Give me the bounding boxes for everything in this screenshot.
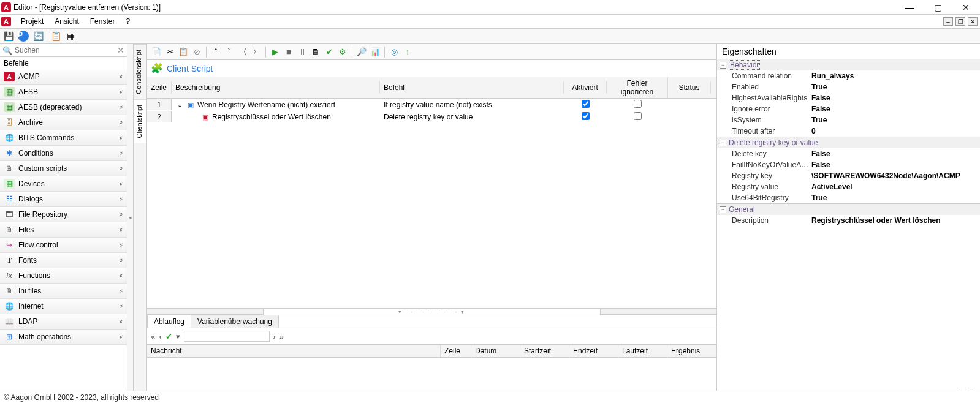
property-row[interactable]: Use64BitRegistryTrue: [717, 192, 980, 203]
paste-icon[interactable]: 📋: [178, 47, 189, 58]
stop-icon[interactable]: ■: [283, 47, 294, 58]
property-row[interactable]: Timeout after0: [717, 126, 980, 137]
delete-icon[interactable]: ⊘: [191, 47, 202, 58]
move-down-icon[interactable]: ˅: [224, 47, 235, 58]
move-up-icon[interactable]: ˄: [210, 47, 221, 58]
step-back-icon[interactable]: 〈: [237, 47, 248, 58]
menu-fenster[interactable]: Fenster: [85, 16, 120, 27]
cut-icon[interactable]: ✂: [164, 47, 175, 58]
upload-icon[interactable]: ↑: [402, 47, 413, 58]
left-splitter[interactable]: ◂: [127, 44, 134, 391]
menu-ansicht[interactable]: Ansicht: [50, 16, 83, 27]
command-category[interactable]: ✱Conditions»: [0, 146, 127, 161]
enabled-checkbox[interactable]: [582, 100, 590, 108]
query-icon[interactable]: 🔎: [356, 47, 367, 58]
log-col-msg[interactable]: Nachricht: [147, 345, 441, 357]
property-group-header[interactable]: −Behavior: [717, 59, 980, 70]
ignore-error-checkbox[interactable]: [634, 100, 642, 108]
collapse-icon[interactable]: −: [720, 206, 726, 213]
search-input[interactable]: [15, 46, 115, 55]
property-row[interactable]: Registry valueActiveLevel: [717, 181, 980, 192]
log-prev-icon[interactable]: ‹: [159, 332, 161, 341]
save-icon[interactable]: 💾: [2, 30, 15, 42]
step-fwd-icon[interactable]: 〉: [251, 47, 262, 58]
property-row[interactable]: DescriptionRegistryschlüssel oder Wert l…: [717, 215, 980, 226]
col-beschreibung[interactable]: Beschreibung: [172, 81, 380, 94]
col-zeile[interactable]: Zeile: [147, 81, 172, 94]
enabled-checkbox[interactable]: [582, 112, 590, 120]
command-category[interactable]: ▦AESB (deprecated)»: [0, 100, 127, 115]
collapse-icon[interactable]: −: [720, 62, 726, 69]
command-category[interactable]: ▦AESB»: [0, 85, 127, 100]
clear-search-icon[interactable]: ✕: [117, 45, 124, 55]
col-status[interactable]: Status: [668, 81, 711, 94]
property-row[interactable]: Delete keyFalse: [717, 148, 980, 159]
script-row[interactable]: 2▣Registryschlüssel oder Wert löschenDel…: [147, 111, 716, 123]
tab-variablen[interactable]: Variablenüberwachung: [191, 315, 279, 328]
command-category[interactable]: 🌐Internet»: [0, 299, 127, 314]
maximize-button[interactable]: ▢: [924, 0, 952, 15]
command-category[interactable]: ↪Flow control»: [0, 238, 127, 253]
menu-help[interactable]: ?: [121, 16, 135, 27]
log-ok-icon[interactable]: ✔: [165, 332, 172, 341]
col-aktiviert[interactable]: Aktiviert: [564, 81, 607, 94]
refresh-icon[interactable]: 🔄: [32, 30, 44, 42]
command-category[interactable]: 🗎Ini files»: [0, 284, 127, 299]
resize-grip[interactable]: · · · ·: [717, 385, 980, 391]
log-col-zeile[interactable]: Zeile: [441, 345, 471, 357]
property-row[interactable]: FailIfNoKeyOrValueAvailableFalse: [717, 159, 980, 170]
log-col-datum[interactable]: Datum: [471, 345, 520, 357]
property-row[interactable]: Registry key\SOFTWARE\WOW6432Node\Aagon\…: [717, 170, 980, 181]
pause-icon[interactable]: ⏸: [297, 47, 308, 58]
command-category[interactable]: 🗎Custom scripts»: [0, 161, 127, 176]
grid-icon[interactable]: ▦: [64, 30, 77, 42]
property-row[interactable]: Command relationRun_always: [717, 70, 980, 81]
log-col-res[interactable]: Ergebnis: [667, 345, 716, 357]
command-category[interactable]: fxFunctions»: [0, 268, 127, 284]
target-icon[interactable]: ◎: [389, 47, 400, 58]
tab-clientskript[interactable]: Clientskript: [134, 99, 146, 143]
horizontal-splitter[interactable]: ▾ · · · · · · · · · · ▾: [147, 309, 716, 315]
mdi-close-button[interactable]: ✕: [968, 17, 978, 26]
log-col-end[interactable]: Endzeit: [569, 345, 618, 357]
tab-consolenskript[interactable]: Consolenskript: [134, 44, 146, 99]
ignore-error-checkbox[interactable]: [634, 112, 642, 120]
property-group-header[interactable]: −General: [717, 204, 980, 215]
property-row[interactable]: EnabledTrue: [717, 81, 980, 92]
command-category[interactable]: 📖LDAP»: [0, 314, 127, 330]
run-icon[interactable]: ▶: [270, 47, 281, 58]
log-next-icon[interactable]: ›: [273, 332, 276, 341]
doc-icon[interactable]: 🗎: [310, 47, 321, 58]
publish-icon[interactable]: P: [17, 30, 29, 42]
copy-icon[interactable]: 📄: [151, 47, 162, 58]
command-category[interactable]: AACMP»: [0, 69, 127, 85]
bars-icon[interactable]: 📊: [370, 47, 381, 58]
log-col-start[interactable]: Startzeit: [520, 345, 569, 357]
properties-icon[interactable]: 📋: [50, 30, 62, 42]
minimize-button[interactable]: —: [895, 0, 924, 15]
sliders-icon[interactable]: ⚙: [337, 47, 348, 58]
check-icon[interactable]: ✔: [324, 47, 335, 58]
mdi-restore-button[interactable]: ❐: [955, 17, 965, 26]
mdi-minimize-button[interactable]: –: [943, 17, 953, 26]
log-first-icon[interactable]: «: [151, 332, 155, 341]
expand-icon[interactable]: ⌄: [175, 100, 184, 109]
menu-projekt[interactable]: Projekt: [16, 16, 48, 27]
command-category[interactable]: ☷Dialogs»: [0, 192, 127, 207]
collapse-icon[interactable]: −: [720, 140, 726, 146]
property-row[interactable]: HighestAvailableRightsFalse: [717, 92, 980, 104]
col-fehler[interactable]: Fehler ignorieren: [607, 77, 668, 98]
property-group-header[interactable]: −Delete registry key or value: [717, 137, 980, 148]
command-category[interactable]: ▦Devices»: [0, 176, 127, 192]
command-category[interactable]: 🗄Archive»: [0, 115, 127, 130]
command-category[interactable]: ⊞Math operations»: [0, 330, 127, 345]
log-last-icon[interactable]: »: [279, 332, 284, 341]
property-row[interactable]: isSystemTrue: [717, 115, 980, 126]
command-category[interactable]: TFonts»: [0, 253, 127, 268]
command-category[interactable]: 🗔File Repository»: [0, 207, 127, 222]
close-button[interactable]: ✕: [952, 0, 980, 15]
log-col-dur[interactable]: Laufzeit: [618, 345, 667, 357]
log-filter-input[interactable]: [184, 331, 270, 342]
command-category[interactable]: 🗎Files»: [0, 222, 127, 238]
col-befehl[interactable]: Befehl: [380, 81, 564, 94]
